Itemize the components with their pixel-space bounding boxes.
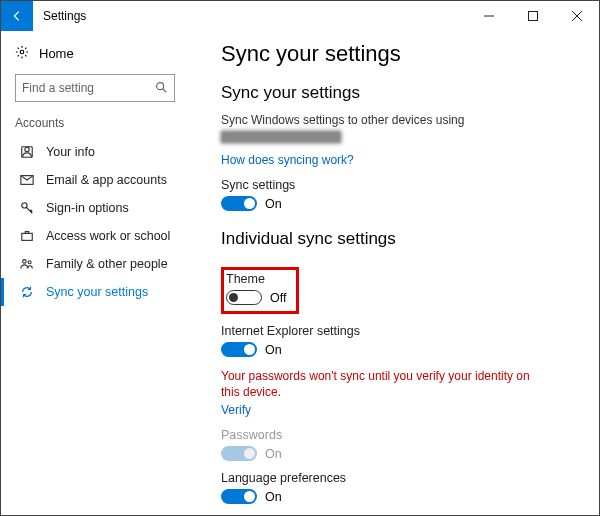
toggle-switch[interactable]: [221, 489, 257, 504]
highlight-box: Theme Off: [221, 267, 299, 314]
toggle-label: Passwords: [221, 428, 599, 442]
svg-point-12: [23, 260, 27, 264]
sidebar-item-family[interactable]: Family & other people: [1, 250, 189, 278]
search-placeholder: Find a setting: [22, 81, 94, 95]
sidebar-item-label: Sync your settings: [46, 285, 148, 299]
svg-line-6: [163, 88, 167, 92]
sidebar-item-label: Sign-in options: [46, 201, 129, 215]
sidebar-item-label: Family & other people: [46, 257, 168, 271]
back-button[interactable]: [1, 1, 33, 31]
toggle-theme: Theme Off: [226, 272, 286, 305]
toggle-passwords: Passwords On: [221, 428, 599, 461]
maximize-button[interactable]: [511, 1, 555, 31]
svg-point-4: [20, 50, 24, 54]
toggle-label: Language preferences: [221, 471, 599, 485]
toggle-state: On: [265, 490, 282, 504]
toggle-label: Ease of Access: [221, 514, 599, 515]
toggle-state: On: [265, 343, 282, 357]
toggle-state: On: [265, 197, 282, 211]
redacted-account: [221, 131, 341, 143]
toggle-label: Sync settings: [221, 178, 599, 192]
sidebar-item-sync[interactable]: Sync your settings: [1, 278, 189, 306]
toggle-ease: Ease of Access On: [221, 514, 599, 515]
sidebar: Home Find a setting Accounts Your info E…: [1, 31, 189, 515]
toggle-label: Theme: [226, 272, 286, 286]
toggle-switch: [221, 446, 257, 461]
svg-rect-1: [529, 12, 538, 21]
toggle-sync-settings: Sync settings On: [221, 178, 599, 211]
toggle-switch[interactable]: [226, 290, 262, 305]
toggle-language: Language preferences On: [221, 471, 599, 504]
svg-point-7: [25, 147, 29, 151]
key-icon: [18, 201, 36, 215]
sidebar-item-your-info[interactable]: Your info: [1, 138, 189, 166]
titlebar: Settings: [1, 1, 599, 31]
sidebar-item-label: Email & app accounts: [46, 173, 167, 187]
link-how-syncing[interactable]: How does syncing work?: [221, 153, 354, 167]
sidebar-item-label: Your info: [46, 145, 95, 159]
sidebar-item-email[interactable]: Email & app accounts: [1, 166, 189, 194]
close-button[interactable]: [555, 1, 599, 31]
person-icon: [18, 145, 36, 159]
gear-icon: [15, 45, 29, 62]
svg-rect-11: [22, 233, 33, 240]
people-icon: [18, 257, 36, 271]
toggle-label: Internet Explorer settings: [221, 324, 599, 338]
nav-list: Your info Email & app accounts Sign-in o…: [1, 138, 189, 306]
window-controls: [467, 1, 599, 31]
window-title: Settings: [43, 9, 467, 23]
content-pane: Sync your settings Sync your settings Sy…: [189, 31, 599, 515]
svg-point-13: [28, 261, 31, 264]
section-heading-sync: Sync your settings: [221, 83, 599, 103]
home-label: Home: [39, 46, 74, 61]
briefcase-icon: [18, 229, 36, 243]
svg-point-5: [157, 82, 164, 89]
mail-icon: [18, 173, 36, 187]
minimize-button[interactable]: [467, 1, 511, 31]
search-input[interactable]: Find a setting: [15, 74, 175, 102]
password-warning: Your passwords won't sync until you veri…: [221, 369, 541, 400]
sync-icon: [18, 285, 36, 299]
sidebar-item-work[interactable]: Access work or school: [1, 222, 189, 250]
toggle-ie: Internet Explorer settings On: [221, 324, 599, 357]
search-icon: [154, 80, 168, 97]
toggle-state: On: [265, 447, 282, 461]
sync-description: Sync Windows settings to other devices u…: [221, 113, 599, 127]
sidebar-item-signin[interactable]: Sign-in options: [1, 194, 189, 222]
sidebar-item-label: Access work or school: [46, 229, 170, 243]
link-verify[interactable]: Verify: [221, 403, 251, 417]
home-nav[interactable]: Home: [1, 41, 189, 70]
page-title: Sync your settings: [221, 41, 599, 67]
toggle-switch[interactable]: [221, 196, 257, 211]
section-heading-individual: Individual sync settings: [221, 229, 599, 249]
toggle-state: Off: [270, 291, 286, 305]
sidebar-section: Accounts: [1, 116, 189, 138]
toggle-switch[interactable]: [221, 342, 257, 357]
